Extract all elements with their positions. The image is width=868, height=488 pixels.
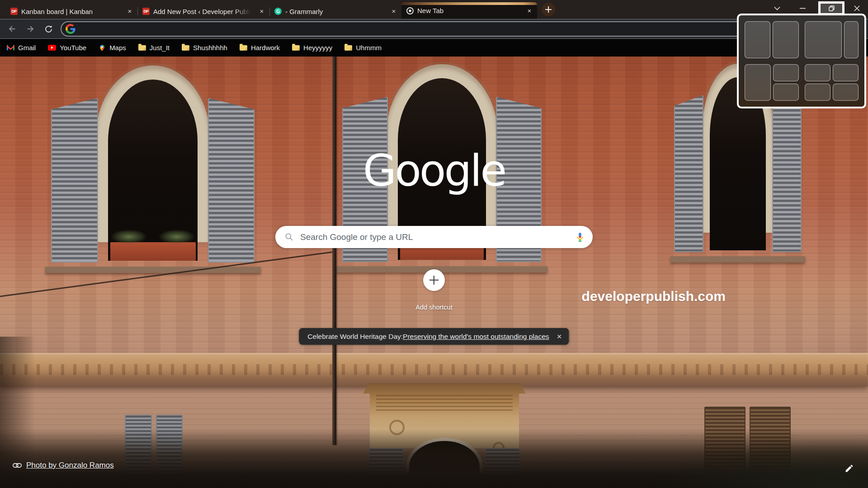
tab-title: - Grammarly: [285, 8, 386, 15]
new-tab-button[interactable]: [542, 3, 555, 16]
mic-icon[interactable]: [576, 231, 585, 243]
folder-icon: [138, 45, 146, 51]
tab-title: Kanban board | Kanban: [21, 8, 122, 15]
bookmark-youtube[interactable]: YouTube: [48, 44, 86, 52]
dp-favicon-icon: DP: [142, 8, 150, 15]
bookmark-folder-shushhhhh[interactable]: Shushhhhh: [182, 44, 227, 52]
snap-layout-wide-left[interactable]: [805, 21, 859, 58]
toast-close-icon[interactable]: [557, 332, 562, 341]
folder-icon: [344, 45, 352, 51]
search-input[interactable]: [300, 232, 569, 242]
plus-icon[interactable]: [423, 269, 445, 291]
close-tab-icon[interactable]: [390, 7, 398, 15]
snap-layout-quad-grid[interactable]: [805, 64, 859, 101]
reload-button[interactable]: [41, 21, 56, 37]
tab-grammarly[interactable]: G - Grammarly: [269, 4, 401, 19]
close-tab-icon[interactable]: [126, 7, 134, 15]
bookmark-gmail[interactable]: Gmail: [7, 44, 36, 52]
dp-favicon-icon: DP: [10, 8, 18, 15]
add-shortcut-label: Add shortcut: [415, 304, 452, 311]
tab-new-tab[interactable]: New Tab: [401, 2, 537, 19]
bookmark-label: Gmail: [18, 44, 36, 52]
bookmark-label: Just_It: [150, 44, 170, 52]
google-logo: Google: [0, 149, 868, 192]
snap-layouts-popup: [737, 14, 866, 108]
forward-button[interactable]: [23, 21, 38, 37]
chrome-favicon-icon: [406, 7, 414, 14]
close-tab-icon[interactable]: [525, 7, 533, 15]
folder-icon: [182, 45, 189, 51]
add-shortcut[interactable]: Add shortcut: [0, 269, 868, 311]
tab-add-new-post[interactable]: DP Add New Post ‹ Developer Publis: [137, 4, 269, 19]
link-icon: [13, 463, 22, 468]
facade-cornice: [0, 353, 868, 386]
snap-layout-split-50-50[interactable]: [745, 21, 799, 58]
bookmark-folder-heyyyyyy[interactable]: Heyyyyyy: [292, 44, 332, 52]
drainpipe: [332, 56, 336, 445]
toast-link[interactable]: Preserving the world's most outstanding …: [403, 333, 549, 341]
window-maximize-button[interactable]: [818, 1, 844, 15]
folder-icon: [292, 45, 300, 51]
tab-title: Add New Post ‹ Developer Publis: [153, 8, 254, 15]
bookmark-folder-uhmmm[interactable]: Uhmmm: [344, 44, 382, 52]
bookmark-label: Shushhhhh: [193, 44, 227, 52]
maps-pin-icon: [99, 44, 106, 52]
bookmark-label: Uhmmm: [356, 44, 382, 52]
bookmark-maps[interactable]: Maps: [99, 44, 126, 52]
tab-kanban[interactable]: DP Kanban board | Kanban: [5, 4, 137, 19]
customize-pencil-icon[interactable]: [844, 464, 854, 475]
close-tab-icon[interactable]: [258, 7, 266, 15]
bookmark-folder-hardwork[interactable]: Hardwork: [240, 44, 280, 52]
bookmark-label: Hardwork: [251, 44, 280, 52]
new-tab-page: Google Add shortcut developerpublish.com…: [0, 56, 868, 488]
photo-credit[interactable]: Photo by Gonzalo Ramos: [13, 461, 114, 470]
facade-ground-shadow: [0, 429, 868, 488]
back-button[interactable]: [5, 21, 20, 37]
promo-toast: Celebrate World Heritage Day: Preserving…: [299, 328, 569, 345]
photo-watermark: developerpublish.com: [582, 289, 726, 304]
google-favicon-icon: [66, 24, 75, 34]
search-box[interactable]: [275, 226, 593, 248]
browser-window: DP Kanban board | Kanban DP Add New Post…: [0, 0, 868, 488]
bookmark-label: Heyyyyyy: [303, 44, 332, 52]
restore-icon: [829, 5, 835, 11]
bookmark-label: YouTube: [60, 44, 86, 52]
bookmark-folder-just-it[interactable]: Just_It: [138, 44, 170, 52]
snap-layout-left-stacked-right[interactable]: [745, 64, 799, 101]
grammarly-favicon-icon: G: [274, 8, 282, 15]
youtube-icon: [48, 45, 56, 51]
search-icon: [284, 232, 294, 242]
tab-title: New Tab: [417, 7, 522, 14]
folder-icon: [240, 45, 247, 51]
gmail-icon: [7, 45, 14, 51]
bookmark-label: Maps: [109, 44, 126, 52]
toast-text: Celebrate World Heritage Day:: [307, 333, 403, 341]
photo-credit-link[interactable]: Photo by Gonzalo Ramos: [26, 461, 114, 470]
